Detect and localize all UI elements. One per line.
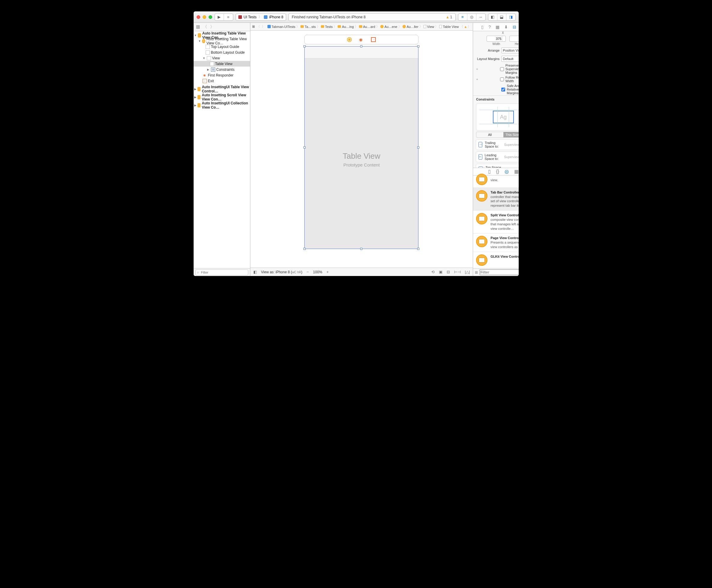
close-window-button[interactable] (197, 15, 200, 19)
outline-tableview[interactable]: Table View (194, 61, 250, 67)
toggle-inspector-button[interactable]: ◨ (506, 14, 515, 20)
back-button[interactable]: 〈 (203, 24, 207, 30)
outline-vc[interactable]: ▼○ Auto Insetting Table View View Co… (194, 38, 250, 44)
jump-back[interactable]: 〈 (257, 24, 260, 29)
crumb-4[interactable]: Au…ard (359, 25, 375, 28)
minimize-window-button[interactable] (203, 15, 206, 19)
library-item[interactable]: Split View Controller - A composite view… (473, 211, 518, 233)
pin-icon[interactable]: ⊢⊣ (454, 270, 461, 274)
jump-bar[interactable]: ⊞ 〈 〉 Tabman-UITests〉 Ta…sts〉 Tests〉 Au…… (250, 23, 473, 30)
crumb-1[interactable]: Ta…sts (301, 25, 316, 28)
crumb-6[interactable]: Au…ller (403, 25, 419, 28)
resize-handle[interactable] (303, 45, 306, 47)
resolve-icon[interactable]: |△| (465, 270, 470, 274)
outline-filter-input[interactable] (196, 269, 248, 275)
scheme-selector[interactable]: UI Tests 〉 iPhone 8 (236, 14, 286, 21)
outline-sibling-0[interactable]: ▶ Auto InsettingUI Table View Control… (194, 86, 250, 92)
arrange-select[interactable]: Position View⌄ (501, 47, 518, 54)
first-responder-icon[interactable]: ◉ (359, 37, 364, 42)
viewcontroller-icon[interactable] (347, 37, 352, 42)
ib-canvas[interactable]: ◉ → Table View Prototype Content (250, 30, 473, 268)
zoom-level[interactable]: 100% (313, 270, 322, 274)
margins-select[interactable]: Default⌄ (501, 56, 518, 62)
height-field[interactable] (509, 36, 518, 42)
resize-handle[interactable] (303, 146, 306, 148)
crumb-8[interactable]: Table View (439, 25, 459, 28)
jump-next-issue[interactable]: 〉 (468, 24, 471, 29)
library-item[interactable]: Tab Bar Controller - A controller that m… (473, 188, 518, 211)
safe-area-checkbox[interactable] (501, 88, 505, 91)
align-icon[interactable]: ⊟ (447, 270, 450, 274)
stop-button[interactable]: ■ (224, 14, 233, 20)
library-item[interactable]: Page View Controller - Presents a sequen… (473, 233, 518, 252)
add-variation-icon[interactable]: + (476, 67, 478, 71)
help-inspector-tab[interactable]: ? (488, 25, 491, 29)
view-as-button[interactable]: View as: iPhone 8 (wC hR) (261, 270, 303, 274)
size-class-toggle[interactable]: All This Size Class (476, 132, 518, 138)
library-item[interactable]: view. (473, 175, 518, 188)
outline-exit[interactable]: → Exit (194, 78, 250, 84)
crumb-2[interactable]: Tests (321, 25, 333, 28)
run-button[interactable]: ▶ (215, 14, 224, 20)
file-inspector-tab[interactable]: ▯ (481, 25, 484, 29)
embed-icon[interactable]: ▣ (439, 270, 443, 274)
resize-handle[interactable] (360, 45, 362, 47)
outline-bottom-guide[interactable]: Bottom Layout Guide (194, 49, 250, 55)
constraint-row[interactable]: ⊤ Top Space to: Superview Edit (476, 164, 518, 168)
resize-handle[interactable] (360, 248, 362, 250)
outline-first-responder[interactable]: ◉ First Responder (194, 72, 250, 78)
crumb-3[interactable]: Au…ing (338, 25, 353, 28)
toggle-outline-icon[interactable]: ◧ (253, 270, 257, 274)
readable-width-checkbox[interactable] (500, 78, 504, 81)
update-frames-icon[interactable]: ⟲ (431, 270, 435, 274)
object-library[interactable]: view. Tab Bar Controller - A controller … (473, 175, 518, 268)
resize-handle[interactable] (303, 248, 306, 250)
media-library-tab[interactable]: ▦ (514, 169, 518, 174)
zoom-out-button[interactable]: − (306, 270, 309, 274)
standard-editor-button[interactable]: ≡ (459, 14, 467, 20)
warning-icon[interactable]: ▲ (464, 25, 467, 28)
toggle-this[interactable]: This Size Class (503, 132, 519, 138)
assistant-editor-button[interactable]: ◎ (467, 14, 476, 20)
constraint-row[interactable]: ⊣ Trailing Space to: Superview Edit (476, 139, 518, 150)
forward-button[interactable]: 〉 (210, 24, 214, 30)
crumb-0[interactable]: Tabman-UITests (267, 25, 296, 28)
constraints-preview[interactable]: Ag (476, 104, 518, 130)
document-outline[interactable]: ▼ Auto Insetting Table View View Con… ▼○… (194, 31, 250, 268)
object-library-tab[interactable]: ◎ (505, 169, 509, 174)
zoom-window-button[interactable] (209, 15, 212, 19)
library-item[interactable]: GLKit View Controller - A (473, 252, 518, 268)
jump-prev-issue[interactable]: 〈 (460, 24, 463, 29)
toggle-all[interactable]: All (476, 132, 503, 138)
related-items-icon[interactable]: ⊞ (196, 24, 200, 30)
add-variation-icon[interactable]: + (476, 78, 478, 81)
exit-icon[interactable]: → (371, 37, 376, 42)
attributes-inspector-tab[interactable]: ⬇ (504, 25, 508, 29)
identity-inspector-tab[interactable]: ▦ (495, 25, 500, 29)
outline-constraints[interactable]: ▶⊞ Constraints (194, 67, 250, 72)
preserve-superview-checkbox[interactable] (500, 67, 504, 71)
size-inspector-tab[interactable]: ⊟ (513, 25, 516, 29)
activity-status[interactable]: Finished running Tabman-UITests on iPhon… (288, 13, 456, 21)
jump-related-icon[interactable]: ⊞ (252, 25, 255, 28)
code-snippet-tab[interactable]: {} (496, 169, 500, 174)
device-screen[interactable]: Table View Prototype Content (304, 46, 419, 249)
scene-dock[interactable]: ◉ → (304, 35, 419, 44)
file-template-tab[interactable]: ▯ (488, 169, 491, 174)
resize-handle[interactable] (417, 45, 419, 47)
jump-fwd[interactable]: 〉 (262, 24, 265, 29)
outline-sibling-1[interactable]: ▶ Auto Insetting Scroll View View Con… (194, 94, 250, 100)
resize-handle[interactable] (417, 248, 419, 250)
version-editor-button[interactable]: ↔ (476, 14, 485, 20)
outline-sibling-2[interactable]: ▶ Auto InsettingUI Collection View Co… (194, 102, 250, 108)
crumb-7[interactable]: View (424, 25, 434, 28)
grid-view-icon[interactable]: ⊞ (475, 270, 478, 274)
constraint-row[interactable]: ⊢ Leading Space to: Superview Edit (476, 151, 518, 162)
library-filter-input[interactable] (480, 269, 518, 275)
toggle-navigator-button[interactable]: ◧ (488, 14, 497, 20)
toggle-debug-button[interactable]: ⬓ (497, 14, 506, 20)
crumb-5[interactable]: Au…ene (380, 25, 398, 28)
resize-handle[interactable] (417, 146, 419, 148)
warning-indicator[interactable]: ▲ 1 (446, 15, 452, 19)
zoom-in-button[interactable]: + (327, 270, 329, 274)
